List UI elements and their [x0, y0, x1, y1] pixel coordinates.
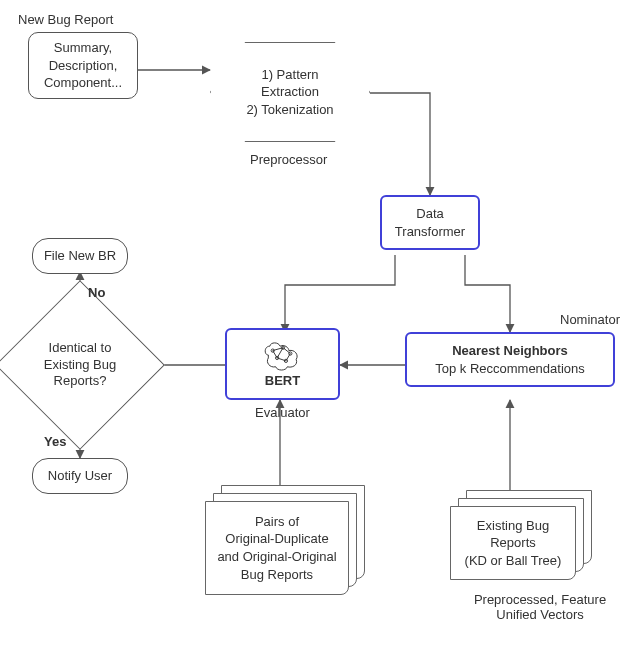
svg-line-9 — [285, 354, 289, 361]
pairs-line: and Original-Original — [217, 548, 336, 566]
vectors-caption: Preprocessed, Feature Unified Vectors — [460, 592, 620, 622]
new-bug-report-doc: Summary, Description, Component... — [28, 32, 138, 99]
preprocessor-caption: Preprocessor — [250, 152, 327, 167]
nn-sub: Top k Reccommendations — [435, 360, 585, 378]
evaluator-caption: Evaluator — [255, 405, 310, 420]
nominator-label: Nominator — [560, 312, 620, 327]
hex-line: 1) Pattern Extraction — [239, 66, 341, 101]
doc-line: Summary, — [54, 39, 112, 57]
decision-line: Reports? — [44, 373, 116, 390]
notify-user-text: Notify User — [48, 467, 112, 485]
data-transformer-box: Data Transformer — [380, 195, 480, 250]
dt-line: Data — [416, 205, 443, 223]
existing-stack: Existing Bug Reports (KD or Ball Tree) — [450, 490, 600, 580]
existing-line: Existing Bug — [465, 517, 562, 535]
dt-line: Transformer — [395, 223, 465, 241]
doc-line: Description, — [49, 57, 118, 75]
pairs-line: Bug Reports — [217, 566, 336, 584]
evaluator-box: BERT — [225, 328, 340, 400]
brain-icon — [261, 338, 305, 372]
doc-line: Component... — [44, 74, 122, 92]
file-new-br-text: File New BR — [44, 247, 116, 265]
nearest-neighbors-box: Nearest Neighbors Top k Reccommendations — [405, 332, 615, 387]
pairs-line: Pairs of — [217, 513, 336, 531]
pairs-line: Original-Duplicate — [217, 530, 336, 548]
existing-line: (KD or Ball Tree) — [465, 552, 562, 570]
nn-title: Nearest Neighbors — [452, 342, 568, 360]
edge-label-yes: Yes — [44, 434, 66, 449]
existing-line: Reports — [465, 534, 562, 552]
decision-diamond: Identical to Existing Bug Reports? — [20, 305, 140, 425]
new-bug-report-label: New Bug Report — [18, 12, 113, 27]
decision-line: Identical to — [44, 340, 116, 357]
evaluator-title: BERT — [265, 372, 300, 390]
svg-line-7 — [272, 351, 276, 358]
pairs-stack: Pairs of Original-Duplicate and Original… — [205, 485, 365, 595]
edge-label-no: No — [88, 285, 105, 300]
hex-line: 2) Tokenization — [246, 101, 333, 119]
decision-line: Existing Bug — [44, 357, 116, 374]
file-new-br-terminal: File New BR — [32, 238, 128, 274]
notify-user-terminal: Notify User — [32, 458, 128, 494]
preprocessor-hex: 1) Pattern Extraction 2) Tokenization — [210, 42, 370, 142]
